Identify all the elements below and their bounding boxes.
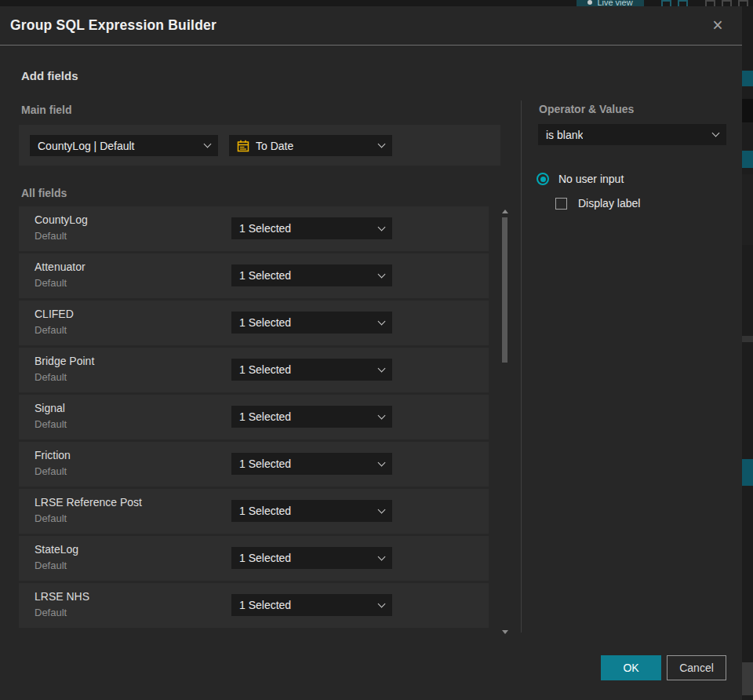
- chevron-down-icon: [712, 129, 720, 137]
- backdrop-fragment: [742, 99, 753, 122]
- field-name: CLIFED: [35, 308, 74, 320]
- field-selected-value: 1 Selected: [239, 410, 291, 423]
- field-selected-value: 1 Selected: [239, 505, 291, 517]
- field-row: StateLog Default 1 Selected: [19, 536, 489, 581]
- field-name: LRSE NHS: [35, 590, 89, 603]
- field-name: Attenuator: [35, 261, 85, 273]
- field-subtitle: Default: [35, 277, 67, 289]
- field-row: LRSE Reference Post Default 1 Selected: [19, 489, 489, 534]
- live-view-button[interactable]: Live view: [577, 0, 644, 6]
- field-subtitle: Default: [35, 607, 67, 618]
- field-selected-dropdown[interactable]: 1 Selected: [231, 217, 392, 239]
- field-subtitle: Default: [35, 560, 67, 571]
- main-field-panel: CountyLog | Default To Date: [19, 125, 500, 166]
- toolbar-icon-fragment: [661, 0, 671, 6]
- field-row: Signal Default 1 Selected: [19, 395, 489, 439]
- field-subtitle: Default: [35, 324, 67, 336]
- chevron-down-icon: [378, 458, 386, 466]
- field-selected-value: 1 Selected: [239, 458, 291, 470]
- field-subtitle: Default: [35, 418, 67, 430]
- field-row: Attenuator Default 1 Selected: [19, 253, 489, 298]
- live-view-label: Live view: [597, 0, 632, 6]
- no-user-input-radio[interactable]: No user input: [537, 173, 624, 185]
- operator-select-value: is blank: [546, 129, 583, 141]
- checkbox-unchecked-icon[interactable]: [555, 198, 567, 210]
- field-selected-value: 1 Selected: [239, 363, 291, 376]
- field-selected-value: 1 Selected: [239, 269, 291, 282]
- cancel-button[interactable]: Cancel: [667, 655, 726, 680]
- chevron-down-icon: [378, 600, 386, 607]
- main-value-select[interactable]: To Date: [229, 135, 392, 156]
- live-dot-icon: [587, 0, 592, 5]
- field-name: LRSE Reference Post: [35, 496, 142, 509]
- dialog-title-bar: Group SQL Expression Builder ×: [0, 6, 742, 46]
- backdrop-fragment: [742, 71, 753, 86]
- toolbar-icon-fragment: [722, 0, 732, 6]
- close-icon[interactable]: ×: [708, 16, 728, 36]
- field-selected-dropdown[interactable]: 1 Selected: [231, 312, 392, 334]
- radio-selected-icon: [537, 173, 549, 185]
- field-selected-dropdown[interactable]: 1 Selected: [231, 594, 392, 616]
- field-selected-value: 1 Selected: [239, 222, 291, 235]
- toolbar-icon-fragment: [678, 0, 688, 6]
- toolbar-icon-fragment: [705, 0, 715, 6]
- display-label-checkbox-row[interactable]: Display label: [555, 197, 640, 210]
- backdrop-fragment: [742, 336, 753, 342]
- operator-values-label: Operator & Values: [539, 103, 634, 115]
- field-row: LRSE NHS Default 1 Selected: [19, 583, 489, 628]
- field-selected-dropdown[interactable]: 1 Selected: [231, 547, 392, 569]
- field-subtitle: Default: [35, 465, 67, 477]
- field-subtitle: Default: [35, 512, 67, 524]
- group-sql-expression-builder-dialog: Group SQL Expression Builder × Add field…: [0, 6, 742, 700]
- field-row: Bridge Point Default 1 Selected: [19, 348, 489, 392]
- field-name: StateLog: [35, 543, 78, 556]
- field-selected-value: 1 Selected: [239, 552, 291, 564]
- ok-button[interactable]: OK: [601, 655, 661, 680]
- field-selected-dropdown[interactable]: 1 Selected: [231, 500, 392, 522]
- backdrop-fragment: [742, 662, 753, 695]
- main-value-select-value: To Date: [256, 140, 293, 152]
- field-subtitle: Default: [35, 230, 67, 242]
- field-row: CLIFED Default 1 Selected: [19, 301, 489, 345]
- main-field-select[interactable]: CountyLog | Default: [30, 135, 218, 156]
- main-field-label: Main field: [21, 104, 72, 116]
- field-selected-dropdown[interactable]: 1 Selected: [231, 264, 392, 286]
- field-name: Bridge Point: [35, 355, 94, 367]
- vertical-divider: [521, 100, 522, 633]
- display-label-text: Display label: [578, 197, 640, 210]
- list-scrollbar[interactable]: [502, 208, 507, 636]
- app-backdrop-right: [742, 6, 753, 700]
- no-user-input-label: No user input: [558, 173, 624, 185]
- backdrop-fragment: [742, 174, 753, 245]
- main-field-select-value: CountyLog | Default: [38, 140, 135, 152]
- field-selected-dropdown[interactable]: 1 Selected: [231, 359, 392, 381]
- field-selected-dropdown[interactable]: 1 Selected: [231, 453, 392, 475]
- chevron-down-icon: [378, 270, 386, 278]
- chevron-down-icon: [378, 223, 386, 231]
- scrollbar-thumb[interactable]: [502, 217, 507, 363]
- chevron-down-icon: [378, 552, 386, 560]
- chevron-down-icon: [378, 317, 386, 325]
- field-name: Friction: [35, 449, 71, 461]
- scroll-up-icon[interactable]: [502, 210, 508, 213]
- chevron-down-icon: [378, 411, 386, 419]
- chevron-down-icon: [378, 140, 386, 148]
- chevron-down-icon: [378, 505, 386, 513]
- backdrop-fragment: [742, 151, 753, 168]
- field-selected-value: 1 Selected: [239, 316, 291, 329]
- toolbar-icon-fragment: [738, 0, 748, 6]
- scroll-down-icon[interactable]: [502, 630, 508, 634]
- field-subtitle: Default: [35, 371, 67, 383]
- field-row: CountyLog Default 1 Selected: [19, 206, 489, 251]
- operator-select[interactable]: is blank: [538, 124, 726, 145]
- chevron-down-icon: [378, 364, 386, 372]
- field-selected-value: 1 Selected: [239, 599, 291, 611]
- app-backdrop-top: Live view: [0, 0, 753, 6]
- field-row: Friction Default 1 Selected: [19, 442, 489, 487]
- field-selected-dropdown[interactable]: 1 Selected: [231, 406, 392, 428]
- field-name: CountyLog: [35, 213, 88, 226]
- calendar-icon: [237, 140, 249, 152]
- dialog-title: Group SQL Expression Builder: [10, 17, 216, 34]
- add-fields-heading: Add fields: [21, 69, 78, 82]
- all-fields-label: All fields: [21, 187, 67, 199]
